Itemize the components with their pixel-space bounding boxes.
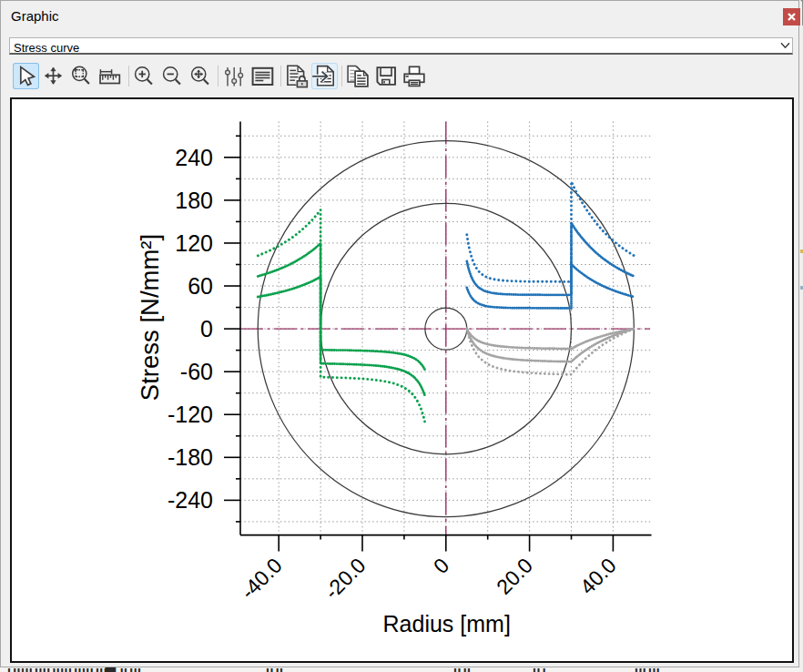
series-gray-dotted [467, 329, 635, 374]
window-title: Graphic [11, 8, 59, 24]
crosshair-lines [240, 122, 650, 535]
close-button[interactable] [783, 8, 800, 25]
zoom-selection-icon [66, 63, 93, 89]
measure-tool-button[interactable] [95, 63, 121, 89]
x-tick-label: -40.0 [236, 554, 286, 604]
print-icon [401, 63, 427, 89]
clipped-text-fragment: IH [533, 667, 546, 672]
stress-chart[interactable]: 240180120600-60-120-180-240-40.0-20.0020… [12, 99, 792, 661]
series-blue-dotted [467, 182, 635, 282]
zoom-in-button[interactable] [129, 63, 156, 89]
graphic-type-combobox[interactable]: Stress curve [9, 37, 793, 55]
combobox-value: Stress curve [14, 41, 79, 55]
clipped-text-fragment: ▇ IHII [106, 667, 141, 672]
clipped-text-fragment: IIHII [635, 667, 660, 672]
tick-labels: 240180120600-60-120-180-240-40.0-20.0020… [136, 145, 621, 637]
y-tick-label: -120 [168, 402, 213, 427]
graphic-window: Graphic Stress curve 240180120600-60-120… [0, 0, 799, 667]
chart-panel: 240180120600-60-120-180-240-40.0-20.0020… [10, 97, 794, 663]
save-button[interactable] [372, 63, 399, 89]
toolbar-separator [341, 66, 342, 87]
background-window-corner [799, 0, 803, 5]
window-titlebar[interactable]: Graphic [2, 2, 798, 29]
clipped-text-fragment: IHI [453, 667, 471, 672]
y-tick-label: -180 [168, 444, 213, 470]
properties-button[interactable] [220, 63, 247, 89]
x-tick-label: 0 [429, 554, 453, 578]
series-green-solid [258, 243, 425, 396]
chevron-down-icon [780, 42, 790, 49]
background-window-edge [799, 0, 803, 672]
series-green-dotted [258, 210, 425, 423]
show-legend-button[interactable] [249, 63, 275, 89]
lock-document-button[interactable] [284, 63, 310, 89]
zoom-selection-tool-button[interactable] [66, 63, 93, 89]
zoom-fit-button[interactable] [186, 63, 212, 89]
select-tool-button[interactable] [13, 63, 39, 89]
close-icon [788, 13, 796, 21]
import-document-button[interactable] [311, 63, 338, 89]
sliders-icon [220, 63, 247, 89]
toolbar [1, 58, 800, 95]
axes [224, 122, 652, 552]
ruler-icon [95, 63, 121, 89]
copy-button[interactable] [344, 63, 371, 89]
zoom-fit-icon [186, 63, 212, 89]
background-window-strip: HIIIHIIHIIIHIIIHIH▇ IHIIIHIIHIIHIIHII [0, 667, 803, 672]
y-tick-label: 240 [175, 145, 213, 170]
zoom-out-button[interactable] [158, 63, 184, 89]
report-icon [249, 63, 275, 89]
y-tick-label: -240 [168, 487, 213, 513]
copy-icon [344, 63, 371, 89]
move-arrows-icon [40, 63, 66, 89]
y-tick-label: -60 [180, 359, 213, 384]
x-axis-title: Radius [mm] [383, 611, 511, 636]
y-tick-label: 0 [200, 316, 213, 341]
clipped-text-fragment: HIIIHIIHIIIHIIIHIH [7, 667, 113, 672]
x-tick-label: -20.0 [320, 554, 370, 604]
y-tick-label: 60 [188, 273, 213, 299]
y-axis-title: Stress [N/mm²] [136, 234, 164, 401]
zoom-out-icon [158, 63, 184, 89]
cursor-arrow-icon [13, 63, 39, 89]
pan-tool-button[interactable] [40, 63, 66, 89]
clipped-text-fragment: IHI [266, 667, 283, 672]
series-green-solid [258, 277, 425, 370]
doc-import-icon [311, 63, 338, 89]
toolbar-separator [218, 66, 219, 87]
toolbar-separator [280, 66, 281, 87]
y-tick-label: 180 [175, 188, 213, 213]
zoom-in-icon [129, 63, 156, 89]
doc-lock-icon [284, 63, 310, 89]
save-icon [372, 63, 399, 89]
x-tick-label: 20.0 [492, 554, 537, 599]
print-button[interactable] [401, 63, 427, 89]
series-gray-solid [467, 329, 635, 349]
x-tick-label: 40.0 [575, 554, 621, 599]
y-tick-label: 120 [175, 230, 213, 256]
